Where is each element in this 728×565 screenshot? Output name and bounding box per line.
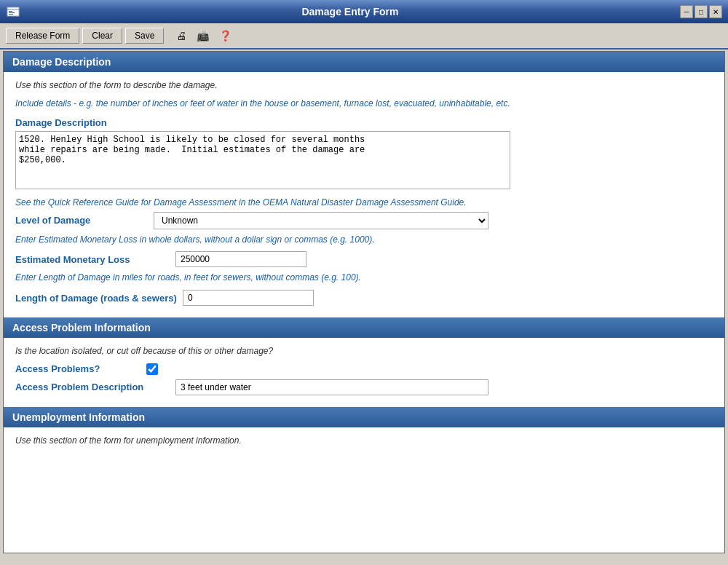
clear-button[interactable]: Clear bbox=[82, 28, 122, 44]
access-instruction: Is the location isolated, or cut off bec… bbox=[15, 345, 713, 357]
svg-rect-3 bbox=[9, 12, 15, 13]
svg-rect-2 bbox=[9, 11, 12, 12]
release-form-button[interactable]: Release Form bbox=[6, 28, 79, 44]
ref-guide-text: See the Quick Reference Guide for Damage… bbox=[15, 197, 713, 208]
window-title: Damage Entry Form bbox=[20, 6, 680, 17]
minimize-button[interactable]: ─ bbox=[680, 5, 693, 18]
monetary-loss-input[interactable] bbox=[175, 251, 306, 267]
level-of-damage-select[interactable]: Unknown Minor Major Destroyed Inaccessib… bbox=[154, 212, 488, 229]
level-of-damage-row: Level of Damage Unknown Minor Major Dest… bbox=[15, 212, 713, 229]
access-problems-checkbox[interactable] bbox=[146, 363, 158, 375]
print-icon[interactable]: 🖨 bbox=[173, 28, 190, 44]
length-of-damage-row: Length of Damage (roads & sewers) bbox=[15, 290, 713, 306]
access-problems-label: Access Problems? bbox=[15, 363, 146, 374]
app-icon bbox=[6, 4, 20, 19]
unemployment-section: Unemployment Information Use this sectio… bbox=[4, 407, 724, 460]
maximize-button[interactable]: □ bbox=[695, 5, 708, 18]
window-controls: ─ □ ✕ bbox=[680, 5, 722, 18]
save-button[interactable]: Save bbox=[125, 28, 164, 44]
damage-description-header: Damage Description bbox=[4, 52, 724, 72]
svg-rect-4 bbox=[9, 14, 13, 15]
damage-instruction-1: Use this section of the form to describe… bbox=[15, 79, 713, 92]
unemployment-header: Unemployment Information bbox=[4, 407, 724, 427]
fax-icon[interactable]: 📠 bbox=[193, 28, 213, 44]
access-desc-input[interactable] bbox=[175, 379, 488, 395]
damage-description-section: Damage Description Use this section of t… bbox=[4, 52, 724, 317]
level-of-damage-label: Level of Damage bbox=[15, 215, 154, 226]
title-bar: Damage Entry Form ─ □ ✕ bbox=[0, 0, 728, 23]
access-desc-label: Access Problem Description bbox=[15, 382, 175, 392]
length-of-damage-label: Length of Damage (roads & sewers) bbox=[15, 293, 183, 304]
help-icon[interactable]: ❓ bbox=[215, 28, 235, 44]
access-desc-row: Access Problem Description bbox=[15, 379, 713, 395]
damage-desc-label: Damage Description bbox=[15, 117, 713, 128]
access-problem-section: Access Problem Information Is the locati… bbox=[4, 317, 724, 407]
toolbar: Release Form Clear Save 🖨 📠 ❓ bbox=[0, 23, 728, 50]
damage-description-textarea[interactable] bbox=[15, 131, 510, 189]
length-instruction: Enter Length of Damage in miles for road… bbox=[15, 272, 713, 284]
access-problems-row: Access Problems? bbox=[15, 363, 713, 375]
unemployment-instruction: Use this section of the form for unemplo… bbox=[15, 435, 713, 447]
access-problem-header: Access Problem Information bbox=[4, 317, 724, 338]
damage-instruction-2: Include details - e.g. the number of inc… bbox=[15, 98, 713, 110]
close-button[interactable]: ✕ bbox=[709, 5, 722, 18]
monetary-instruction: Enter Estimated Monetary Loss in whole d… bbox=[15, 234, 713, 246]
monetary-loss-label: Estimated Monetary Loss bbox=[15, 254, 175, 265]
length-of-damage-input[interactable] bbox=[183, 290, 314, 306]
monetary-loss-row: Estimated Monetary Loss bbox=[15, 251, 713, 267]
